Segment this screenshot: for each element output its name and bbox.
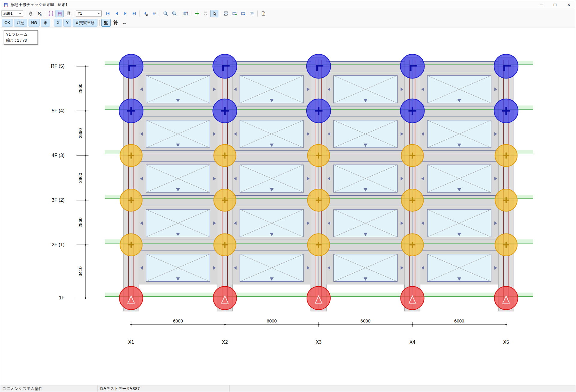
bay-width-dimension: 6000 (454, 318, 464, 323)
joint-check-circle-red[interactable] (119, 286, 143, 310)
result-combobox[interactable]: 結果1 (2, 10, 23, 17)
filter-button-unchecked[interactable]: 未 (41, 19, 50, 27)
title-bar: 配筋干渉チェック結果図 - 結果1 ─ □ × (0, 0, 576, 9)
window-title: 配筋干渉チェック結果図 - 結果1 (11, 2, 68, 7)
help-button[interactable]: ? (259, 10, 267, 17)
frame-combobox-value: Y1 (78, 11, 95, 16)
x-axis-label: X1 (128, 340, 134, 345)
floor-label: 3F (2) (52, 197, 64, 203)
toolbar-separator (140, 10, 140, 16)
select-cursor-button[interactable] (210, 10, 218, 17)
window-plus-icon (232, 11, 237, 16)
status-data-path: D:¥テストデータ¥SS7 (98, 386, 229, 391)
marquee-icon (48, 11, 54, 16)
x-axis-label: X2 (222, 340, 228, 345)
frame-combobox[interactable]: Y1 (76, 10, 102, 17)
minimize-icon: ─ (540, 2, 542, 7)
nav-first-icon (105, 11, 111, 16)
joint-check-circle-red[interactable] (494, 286, 518, 310)
filter-button-orthogonal-beam-rebar[interactable]: 直交梁主筋 (73, 19, 98, 27)
chevron-down-icon (98, 13, 100, 14)
nav-next-button[interactable] (121, 10, 129, 17)
beam (326, 240, 404, 251)
app-icon (3, 2, 8, 7)
scale-ratio-button[interactable]: 1 n (35, 10, 44, 17)
beam (326, 106, 404, 117)
nav-last-icon (131, 11, 137, 16)
frame-info-scale: 縮尺 : 1 / 73 (6, 37, 35, 43)
toolbar-separator (74, 10, 74, 16)
cascade-window-button[interactable] (239, 10, 247, 17)
floor-label: 2F (1) (52, 242, 64, 247)
arrow-down-a-icon: a (152, 11, 157, 16)
filter-button-x-direction[interactable]: X (54, 19, 62, 27)
transfer-window-button[interactable] (248, 10, 256, 17)
frame-elevation-drawing[interactable]: RF (5)5F (4)4F (3)3F (2)2F (1)1F28602860… (0, 28, 576, 386)
pan-hand-button[interactable] (27, 10, 35, 17)
beam (232, 195, 310, 206)
cursor-arrow-icon (212, 11, 217, 16)
maximize-button[interactable]: □ (548, 0, 562, 9)
story-height-dimension: 2860 (78, 173, 83, 183)
svg-text:1: 1 (38, 11, 39, 14)
nav-prev-button[interactable] (112, 10, 121, 17)
story-height-dimension: 3410 (78, 266, 83, 276)
floor-label: RF (5) (51, 64, 64, 69)
x-axis-label: X3 (316, 340, 322, 345)
member-list-button[interactable] (64, 10, 72, 17)
app-window: 配筋干渉チェック結果図 - 結果1 ─ □ × 結果1 1 n (0, 0, 576, 392)
result-combobox-value: 結果1 (3, 11, 17, 16)
story-height-dimension: 2860 (78, 218, 83, 227)
filter-button-y-direction[interactable]: Y (63, 19, 71, 27)
filter-button-ok[interactable]: OK (2, 19, 13, 27)
floor-label: 1F (59, 295, 64, 300)
bay-width-dimension: 6000 (267, 318, 277, 323)
beam (326, 151, 404, 162)
nav-last-button[interactable] (130, 10, 138, 17)
svg-text:a: a (155, 11, 156, 14)
rotate-icon (203, 11, 208, 16)
shift-up-button[interactable]: a (141, 10, 149, 17)
toolbar-separator (160, 10, 160, 16)
pan-move-button[interactable] (193, 10, 201, 17)
beam (420, 195, 498, 206)
shift-down-button[interactable]: a (150, 10, 158, 17)
joint-check-circle-red[interactable] (400, 286, 424, 310)
print-button[interactable] (222, 10, 230, 17)
beam (139, 106, 217, 117)
print-preview-button[interactable] (182, 10, 190, 17)
bay-width-dimension: 6000 (173, 318, 183, 323)
filter-button-ng[interactable]: NG (28, 19, 40, 27)
svg-text:?: ? (262, 12, 265, 16)
rotate-view-button[interactable] (202, 10, 210, 17)
zoom-out-icon (163, 11, 168, 16)
beam (420, 240, 498, 251)
close-button[interactable]: × (562, 0, 576, 9)
beam (232, 151, 310, 162)
beam (326, 61, 404, 72)
help-note-icon: ? (261, 11, 266, 16)
filter-button-caution[interactable]: 注意 (14, 19, 27, 27)
add-window-button[interactable] (230, 10, 238, 17)
svg-text:a: a (146, 13, 148, 16)
story-height-dimension: 2860 (78, 128, 83, 138)
filter-button-symbol[interactable]: 符 (112, 19, 119, 27)
filter-button-frame-body[interactable]: 躯 (101, 19, 111, 27)
joint-check-circle-red[interactable] (213, 286, 236, 310)
joint-check-circle-red[interactable] (307, 286, 330, 310)
arrow-up-a-icon: a (143, 11, 148, 16)
close-icon: × (567, 2, 571, 7)
nav-first-button[interactable] (104, 10, 112, 17)
toolbar-separator (25, 10, 25, 16)
beam (232, 61, 310, 72)
frame-view-button[interactable] (56, 10, 64, 17)
x-axis-label: X4 (410, 340, 416, 345)
beam (139, 195, 217, 206)
zoom-in-button[interactable] (170, 10, 178, 17)
zoom-out-button[interactable] (161, 10, 170, 17)
minimize-button[interactable]: ─ (534, 0, 548, 9)
frame-info-name: Y1 フレーム (6, 31, 35, 37)
range-select-button[interactable] (47, 10, 55, 17)
filter-button-span-width[interactable]: ↔ (121, 19, 128, 27)
drawing-canvas[interactable]: RF (5)5F (4)4F (3)3F (2)2F (1)1F28602860… (0, 28, 576, 385)
